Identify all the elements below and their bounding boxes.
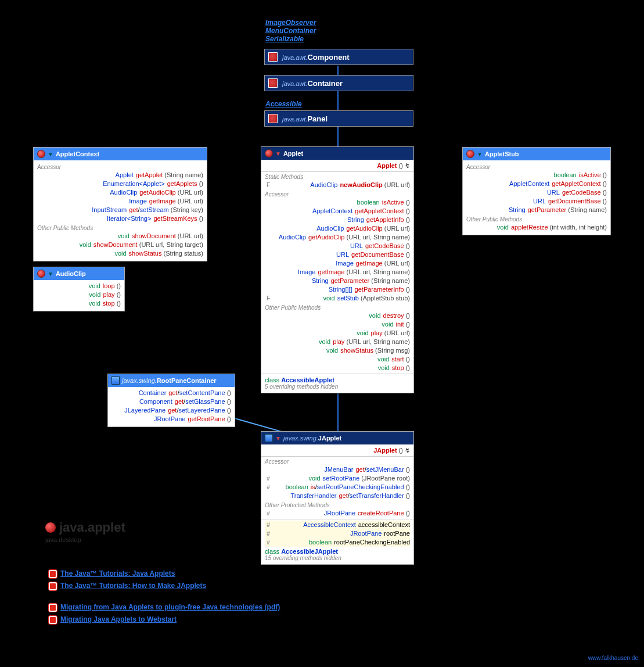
package-title: java.applet java.desktop xyxy=(45,520,125,543)
method-row: TransferHandlerget/setTransferHandler () xyxy=(265,492,410,500)
interface-icon xyxy=(111,376,120,385)
iface-audioclip: ▼AudioClip voidloop () voidplay () voids… xyxy=(33,267,125,311)
method-row: FvoidsetStub (AppletStub stub) xyxy=(265,294,410,303)
method-row: voidstop () xyxy=(265,364,410,372)
method-row: voidshowStatus (String status) xyxy=(37,249,203,258)
ball-icon xyxy=(466,150,474,158)
ball-icon xyxy=(37,270,45,278)
interfaces-top: ImageObserver MenuContainer Serializable xyxy=(265,19,316,43)
class-panel[interactable]: java.awt.Panel xyxy=(264,110,413,127)
method-row: voidplay (URL url, String name) xyxy=(265,338,410,346)
method-row: StringgetAppletInfo () xyxy=(265,216,410,224)
method-row: #booleanis/setRootPaneCheckingEnabled () xyxy=(265,483,410,492)
link-tutorial-japplets[interactable]: The Java™ Tutorials: How to Make JApplet… xyxy=(60,582,206,590)
ball-icon xyxy=(265,149,273,157)
field-row: #booleanrootPaneCheckingEnabled xyxy=(265,538,410,547)
link-tutorial-applets[interactable]: The Java™ Tutorials: Java Applets xyxy=(60,569,175,578)
method-row: #JRootPanecreateRootPane () xyxy=(265,509,410,518)
oracle-icon xyxy=(49,582,57,590)
iface-appletstub: ▼AppletStub Accessor booleanisActive () … xyxy=(462,147,611,235)
method-row: Iterator<String>getStreamKeys () xyxy=(37,214,203,223)
method-row: AppletContextgetAppletContext () xyxy=(265,207,410,216)
method-row: JMenuBarget/setJMenuBar () xyxy=(265,465,410,474)
class-component[interactable]: java.awt.Component xyxy=(264,49,413,65)
method-row: AudioClipgetAudioClip (URL url) xyxy=(265,224,410,233)
link-migrate-pluginfree[interactable]: Migrating from Java Applets to plugin-fr… xyxy=(60,603,280,611)
method-row: URLgetDocumentBase () xyxy=(466,197,607,206)
method-row: String[][]getParameterInfo () xyxy=(265,285,410,294)
method-row: booleanisActive () xyxy=(265,198,410,207)
ball-icon xyxy=(45,522,56,533)
links-block: The Java™ Tutorials: Java Applets The Ja… xyxy=(49,569,280,627)
method-row: voidinit () xyxy=(265,320,410,329)
method-row: InputStreamget/setStream (String key) xyxy=(37,206,203,214)
method-row: voidshowDocument (URL url) xyxy=(37,232,203,241)
method-row: voidstart () xyxy=(265,355,410,364)
method-row: #voidsetRootPane (JRootPane root) xyxy=(265,474,410,483)
method-row: JRootPanegetRootPane () xyxy=(111,415,231,424)
method-row: voidshowDocument (URL url, String target… xyxy=(37,241,203,249)
method-row: AudioClipgetAudioClip (URL url, String n… xyxy=(265,233,410,242)
iface-rootpanecontainer: javax.swing.RootPaneContainer Containerg… xyxy=(107,374,235,427)
method-row: Enumeration<Applet>getApplets () xyxy=(37,180,203,188)
method-row: ImagegetImage (URL url) xyxy=(265,259,410,268)
class-container[interactable]: java.awt.Container xyxy=(264,75,413,91)
method-row: URLgetDocumentBase () xyxy=(265,250,410,259)
method-row: Containerget/setContentPane () xyxy=(111,389,231,397)
method-row: voidstop () xyxy=(37,299,121,308)
method-row: voidappletResize (int width, int height) xyxy=(466,223,607,232)
constructor-row: JApplet () ↯ xyxy=(265,446,410,455)
watermark: www.falkhausen.de xyxy=(588,655,638,661)
class-japplet: ▼javax.swing.JApplet JApplet () ↯ Access… xyxy=(261,431,414,565)
class-icon xyxy=(265,434,273,442)
method-row: AppletgetApplet (String name) xyxy=(37,171,203,180)
method-row: StringgetParameter (String name) xyxy=(466,206,607,214)
method-row: voidloop () xyxy=(37,282,121,291)
method-row: URLgetCodeBase () xyxy=(265,242,410,250)
method-row: voiddestroy () xyxy=(265,311,410,320)
constructor-row: Applet () ↯ xyxy=(265,162,410,170)
oracle-icon xyxy=(49,604,57,612)
method-row: booleanisActive () xyxy=(466,171,607,180)
method-row: voidplay () xyxy=(37,291,121,299)
link-migrate-webstart[interactable]: Migrating Java Applets to Webstart xyxy=(60,615,177,623)
ball-icon xyxy=(37,150,45,158)
class-icon xyxy=(268,52,278,62)
iface-appletcontext: ▼AppletContext Accessor AppletgetApplet … xyxy=(33,147,207,261)
method-row: FAudioClipnewAudioClip (URL url) xyxy=(265,181,410,189)
class-applet: ▼Applet Applet () ↯ Static Methods FAudi… xyxy=(261,146,414,393)
method-row: JLayeredPaneget/setLayeredPane () xyxy=(111,406,231,415)
accessible-iface: Accessible xyxy=(265,100,302,108)
oracle-icon xyxy=(49,616,57,624)
method-row: URLgetCodeBase () xyxy=(466,188,607,197)
method-row: Componentget/setGlassPane () xyxy=(111,397,231,406)
method-row: voidplay (URL url) xyxy=(265,329,410,338)
field-row: #AccessibleContextaccessibleContext xyxy=(265,521,410,529)
field-row: #JRootPanerootPane xyxy=(265,529,410,538)
class-icon xyxy=(268,78,278,88)
method-row: AppletContextgetAppletContext () xyxy=(466,180,607,188)
method-row: voidshowStatus (String msg) xyxy=(265,346,410,355)
method-row: AudioClipgetAudioClip (URL url) xyxy=(37,188,203,197)
oracle-icon xyxy=(49,570,57,578)
class-icon xyxy=(268,114,278,123)
method-row: ImagegetImage (URL url) xyxy=(37,197,203,206)
method-row: StringgetParameter (String name) xyxy=(265,277,410,285)
method-row: ImagegetImage (URL url, String name) xyxy=(265,268,410,277)
